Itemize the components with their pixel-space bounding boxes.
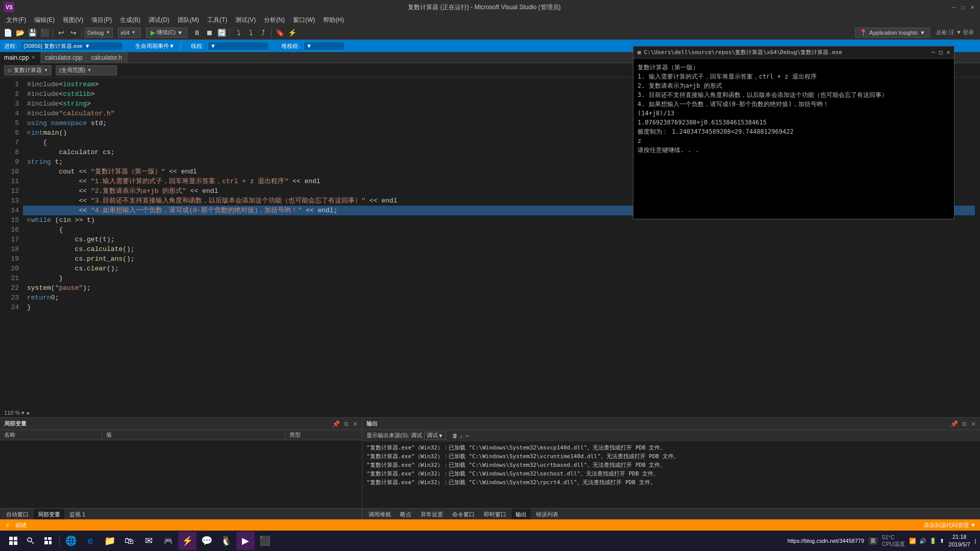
taskbar-right: https://blog.csdn.net/34458779 英 51°CCPU… (788, 533, 976, 549)
menu-test[interactable]: 测试(V) (231, 14, 260, 26)
global-scope-label: (全局范围) (59, 66, 85, 74)
output-source-dropdown[interactable]: 调试▼ (424, 432, 446, 440)
menu-view[interactable]: 视图(V) (59, 14, 87, 26)
taskbar-chat-btn[interactable]: 💬 (198, 532, 216, 550)
menu-help[interactable]: 帮助(H) (319, 14, 348, 26)
bookmark-btn[interactable]: 🔖 (274, 27, 285, 38)
undo-btn[interactable]: ↩ (56, 27, 67, 38)
menu-window[interactable]: 窗口(W) (289, 14, 319, 26)
taskbar-edge-btn[interactable]: e (81, 532, 100, 550)
step-into-btn[interactable]: ⤵ (245, 27, 256, 38)
step-over-btn[interactable]: ⤵ (233, 27, 244, 38)
step-out-btn[interactable]: ⤴ (257, 27, 268, 38)
debug-mode-dropdown[interactable]: Debug ▼ (85, 28, 113, 38)
tab-calculator-cpp[interactable]: calculator.cpp (41, 52, 87, 63)
show-desktop-btn[interactable]: | (974, 538, 976, 544)
status-text: 就绪 (15, 521, 27, 529)
minimize-icon[interactable]: ─ (950, 4, 958, 11)
taskbar-ext-btn[interactable]: ⬛ (256, 532, 274, 550)
output-close[interactable]: ✕ (971, 420, 976, 428)
tab-output[interactable]: 输出 (511, 509, 531, 520)
locals-float[interactable]: ⧉ (344, 420, 349, 428)
sign-in-btn[interactable]: 登录 (963, 29, 978, 36)
menu-build[interactable]: 生成(B) (116, 14, 144, 26)
redo-btn[interactable]: ↪ (68, 27, 79, 38)
output-scroll-btn[interactable]: ↓ (460, 433, 463, 439)
stop-btn[interactable]: ⏹ (204, 27, 215, 38)
tab-immediate[interactable]: 即时窗口 (480, 509, 510, 520)
tab-main-cpp-close[interactable]: ✕ (31, 55, 35, 60)
locals-tab-locals[interactable]: 局部变量 (34, 509, 64, 520)
locals-tab-auto[interactable]: 自动窗口 (2, 509, 33, 520)
performance-btn[interactable]: ⚡ (286, 27, 298, 38)
process-dropdown[interactable]: [30856] 复数计算器.exe ▼ (21, 41, 123, 51)
editor-scrollbar[interactable] (975, 78, 980, 417)
output-pin[interactable]: 📌 (950, 420, 958, 428)
platform-dropdown[interactable]: x64 ▼ (118, 28, 141, 38)
svg-point-4 (28, 538, 32, 542)
save-all-btn[interactable]: ⬛ (39, 27, 50, 38)
new-project-btn[interactable]: 📄 (2, 27, 13, 38)
thread-dropdown[interactable]: ▼ (208, 41, 269, 51)
menu-file[interactable]: 文件(F) (2, 14, 30, 26)
menu-project[interactable]: 项目(P) (87, 14, 116, 26)
taskbar-games-btn[interactable]: 🎮 (159, 532, 177, 550)
task-view-button[interactable] (39, 532, 57, 550)
tab-breakpoints[interactable]: 断点 (396, 509, 415, 520)
maximize-icon[interactable]: □ (960, 4, 967, 11)
output-source-label: 显示输出来源(S): 调试 (366, 432, 422, 439)
locals-tab-watch[interactable]: 监视 1 (65, 509, 89, 520)
taskbar-vs-btn[interactable]: ⚡ (178, 532, 197, 550)
restart-btn[interactable]: 🔄 (216, 27, 227, 38)
tray-update-icon[interactable]: ⬆ (940, 538, 944, 544)
taskbar-explorer-btn[interactable]: 📁 (101, 532, 119, 550)
tray-volume-icon[interactable]: 🔊 (919, 538, 926, 544)
menu-edit[interactable]: 编辑(E) (30, 14, 59, 26)
tray-battery-icon[interactable]: 🔋 (929, 538, 937, 544)
taskbar-store-btn[interactable]: 🛍 (120, 532, 138, 550)
console-minimize[interactable]: ─ (932, 49, 935, 56)
tab-call-stack[interactable]: 调用堆栈 (364, 509, 395, 520)
lifecycle-events-btn[interactable]: 生命周期事件▼ (135, 42, 175, 50)
tab-main-cpp[interactable]: main.cpp ✕ (0, 52, 41, 63)
search-button[interactable] (23, 532, 38, 550)
open-btn[interactable]: 📂 (14, 27, 26, 38)
tab-command[interactable]: 命令窗口 (448, 509, 479, 520)
taskbar-ie-btn[interactable]: 🌐 (62, 532, 80, 550)
output-line-3: "复数计算器.exe"（Win32）：已加载 "C:\Windows\Syste… (366, 461, 976, 469)
taskbar-terminal-btn[interactable]: ▶ (236, 532, 255, 550)
output-float[interactable]: ⧉ (962, 420, 967, 428)
continue-button[interactable]: ▶ 继续(C) ▼ (146, 28, 187, 38)
save-btn[interactable]: 💾 (27, 27, 38, 38)
tray-wifi-icon[interactable]: 📶 (909, 538, 916, 544)
menu-tools[interactable]: 工具(T) (203, 14, 231, 26)
taskbar-qq-btn[interactable]: 🐧 (217, 532, 235, 550)
global-scope-dropdown[interactable]: (全局范围) ▼ (56, 65, 117, 76)
pause-btn[interactable]: ⏸ (191, 27, 203, 38)
tab-calculator-h[interactable]: calculator.h (87, 52, 128, 63)
console-line-4: 3. 目前还不支持直接输入角度和函数，以后版本会添加这个功能（也可能会忘了有这回… (638, 90, 950, 99)
locals-close[interactable]: ✕ (353, 420, 358, 428)
console-close[interactable]: ✕ (946, 49, 950, 56)
close-icon[interactable]: ✕ (969, 4, 976, 11)
locals-pin[interactable]: 📌 (332, 420, 340, 428)
taskbar-mail-btn[interactable]: ✉ (139, 532, 158, 550)
application-insights-button[interactable]: 📍 Application Insights ▼ (855, 28, 930, 38)
menu-analyze[interactable]: 分析(N) (260, 14, 289, 26)
output-clear-btn[interactable]: 🗑 (452, 433, 458, 439)
add-to-source[interactable]: 添加到源代码管理 ▼ (924, 521, 976, 529)
tab-exceptions[interactable]: 异常设置 (416, 509, 447, 520)
tray-url[interactable]: https://blog.csdn.net/34458779 (788, 538, 864, 544)
output-bottom-tabs: 调用堆栈 断点 异常设置 命令窗口 即时窗口 输出 错误列表 (362, 508, 980, 519)
menu-team[interactable]: 团队(M) (174, 14, 203, 26)
console-maximize[interactable]: □ (939, 49, 943, 56)
start-button[interactable] (4, 532, 22, 550)
menu-debug[interactable]: 调试(D) (144, 14, 174, 26)
scope-dropdown[interactable]: ◇ 复数计算器 ▼ (4, 65, 52, 76)
tray-input-lang[interactable]: 英 (868, 537, 878, 545)
stack-dropdown[interactable]: ▼ (304, 41, 345, 51)
tab-error-list[interactable]: 错误列表 (532, 509, 562, 520)
clock[interactable]: 21:18 2019/5/7 (948, 533, 970, 549)
global-scope-arrow: ▼ (87, 68, 91, 72)
output-wrap-btn[interactable]: ↔ (464, 433, 470, 439)
